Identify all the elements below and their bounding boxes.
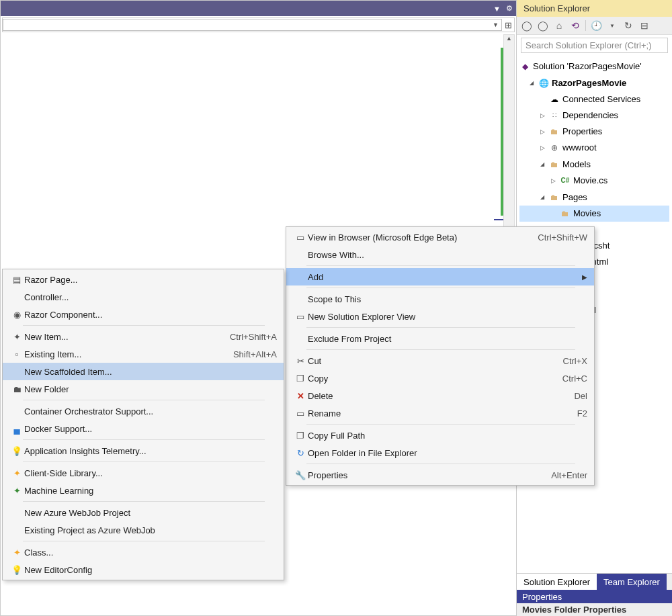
lightbulb-icon: 💡 — [9, 446, 24, 456]
cut-icon: ✂ — [293, 356, 308, 366]
tab-solution-explorer[interactable]: Solution Explorer — [517, 574, 597, 590]
menu-app-insights[interactable]: 💡 Application Insights Telemetry... — [3, 442, 284, 459]
node-label: Dependencies — [562, 108, 618, 123]
node-label: Movies — [573, 206, 601, 221]
menu-separator — [23, 325, 265, 326]
menu-copy[interactable]: ❐ Copy Ctrl+C — [286, 369, 594, 387]
chevron-down-icon[interactable]: ▼ — [606, 19, 618, 32]
project-icon: 🌐 — [538, 78, 549, 89]
lightbulb-icon: 💡 — [9, 565, 24, 575]
menu-separator — [23, 400, 265, 400]
connected-services-node[interactable]: ☁ Connected Services — [519, 91, 669, 107]
menu-exclude[interactable]: Exclude From Project — [286, 330, 594, 347]
menu-editorconfig[interactable]: 💡 New EditorConfig — [3, 561, 284, 578]
scroll-overview-marker — [501, 48, 503, 216]
solution-node[interactable]: ◆ Solution 'RazorPagesMovie' — [519, 58, 669, 75]
dropdown-icon[interactable]: ▼ — [493, 5, 501, 13]
menu-add[interactable]: Add ▶ — [286, 268, 594, 285]
collapse-icon[interactable]: ⊟ — [638, 19, 650, 32]
menu-view-in-browser[interactable]: ▭ View in Browser (Microsoft Edge Beta) … — [286, 228, 594, 246]
menu-new-folder[interactable]: 🖿 New Folder — [3, 380, 284, 398]
menu-new-item[interactable]: ✦ New Item... Ctrl+Shift+A — [3, 328, 284, 345]
node-label: Pages — [562, 190, 587, 205]
menu-rename[interactable]: ▭ Rename F2 — [286, 404, 594, 422]
dependencies-node[interactable]: ∷ Dependencies — [519, 107, 669, 124]
menu-cut[interactable]: ✂ Cut Ctrl+X — [286, 352, 594, 369]
pages-node[interactable]: 🖿 Pages — [519, 189, 669, 206]
expander-icon[interactable] — [538, 157, 546, 172]
menu-razor-component[interactable]: ◉ Razor Component... — [3, 306, 284, 323]
menu-copy-full-path[interactable]: ❐ Copy Full Path — [286, 427, 594, 444]
expander-icon[interactable] — [528, 75, 536, 91]
panel-toolbar: ◯ ◯ ⌂ ⟲ 🕘 ▼ ↻ ⊟ — [517, 17, 672, 35]
node-label: wwwroot — [562, 140, 597, 155]
menu-razor-page[interactable]: ▤ Razor Page... — [3, 271, 284, 288]
menu-new-webjob[interactable]: New Azure WebJob Project — [3, 504, 284, 521]
cloud-icon: ☁ — [549, 94, 560, 105]
expander-icon[interactable] — [538, 140, 546, 155]
navigation-combo[interactable]: ▼ ⊞ — [2, 17, 515, 32]
properties-node[interactable]: 🖿 Properties — [519, 124, 669, 140]
search-input[interactable]: Search Solution Explorer (Ctrl+;) — [521, 38, 668, 53]
menu-existing-item[interactable]: ▫ Existing Item... Shift+Alt+A — [3, 345, 284, 363]
node-label: Properties — [562, 124, 602, 139]
chevron-down-icon[interactable]: ▼ — [493, 21, 499, 28]
menu-properties[interactable]: 🔧 Properties Alt+Enter — [286, 466, 594, 484]
menu-container-support[interactable]: Container Orchestrator Support... — [3, 402, 284, 420]
wwwroot-node[interactable]: ⊕ wwwroot — [519, 140, 669, 156]
gear-icon[interactable]: ⚙ — [506, 4, 513, 13]
home-icon[interactable]: ⌂ — [553, 19, 565, 32]
panel-title: Solution Explorer — [517, 0, 672, 17]
menu-separator — [306, 288, 575, 288]
window-icon: ▭ — [293, 312, 308, 322]
expander-icon[interactable] — [538, 124, 546, 139]
menu-separator — [306, 265, 575, 266]
menu-new-scaffolded-item[interactable]: New Scaffolded Item... — [3, 363, 284, 380]
expander-icon[interactable] — [549, 173, 557, 188]
movies-node[interactable]: 🖿 Movies — [519, 206, 669, 222]
movie-cs-node[interactable]: C# Movie.cs — [519, 173, 669, 189]
menu-docker-support[interactable]: ▄ Docker Support... — [3, 420, 284, 437]
menu-existing-webjob[interactable]: Existing Project as Azure WebJob — [3, 521, 284, 539]
sync-icon[interactable]: ⟲ — [569, 19, 581, 32]
menu-separator — [306, 327, 575, 328]
folder-icon: 🖿 — [549, 159, 560, 170]
rename-icon: ▭ — [293, 408, 308, 419]
docker-icon: ▄ — [9, 424, 24, 434]
node-label: Solution 'RazorPagesMovie' — [533, 59, 642, 74]
menu-client-library[interactable]: ✦ Client-Side Library... — [3, 464, 284, 482]
menu-scope-to-this[interactable]: Scope to This — [286, 290, 594, 308]
menu-separator — [23, 439, 265, 440]
tab-team-explorer[interactable]: Team Explorer — [597, 574, 667, 590]
menu-machine-learning[interactable]: ✦ Machine Learning — [3, 482, 284, 499]
menu-class[interactable]: ✦ Class... — [3, 543, 284, 561]
history-icon[interactable]: 🕘 — [590, 19, 602, 32]
globe-icon: ⊕ — [549, 142, 560, 153]
properties-subject: Movies Folder Properties — [517, 603, 672, 616]
menu-separator — [23, 501, 265, 502]
scroll-up-icon[interactable]: ▲ — [504, 35, 514, 45]
csharp-icon: C# — [560, 175, 571, 186]
properties-panel-title: Properties — [517, 590, 672, 604]
forward-icon[interactable]: ◯ — [537, 19, 549, 32]
menu-open-folder[interactable]: ↻ Open Folder in File Explorer — [286, 444, 594, 461]
menu-controller[interactable]: Controller... — [3, 288, 284, 306]
folder-icon: 🖿 — [549, 126, 560, 137]
split-icon[interactable]: ⊞ — [502, 20, 514, 30]
expander-icon[interactable] — [538, 189, 546, 205]
refresh-icon[interactable]: ↻ — [622, 19, 634, 32]
folder-icon: 🖿 — [560, 208, 571, 219]
menu-browse-with[interactable]: Browse With... — [286, 246, 594, 263]
new-item-icon: ✦ — [9, 332, 24, 342]
menu-delete[interactable]: ✕ Delete Del — [286, 387, 594, 404]
vertical-scrollbar[interactable]: ▲ — [503, 34, 515, 229]
copy-icon: ❐ — [293, 373, 308, 384]
solution-icon: ◆ — [519, 61, 530, 72]
menu-new-solution-view[interactable]: ▭ New Solution Explorer View — [286, 308, 594, 325]
project-node[interactable]: 🌐 RazorPagesMovie — [519, 75, 669, 91]
back-icon[interactable]: ◯ — [521, 19, 533, 32]
menu-separator — [23, 541, 265, 541]
models-node[interactable]: 🖿 Models — [519, 156, 669, 173]
scroll-caret-marker — [494, 219, 503, 220]
expander-icon[interactable] — [538, 108, 546, 123]
